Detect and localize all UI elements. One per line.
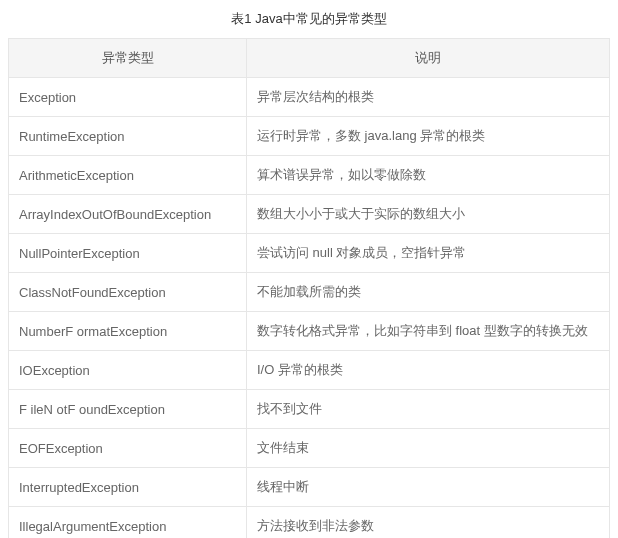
cell-desc: 不能加载所需的类	[247, 273, 610, 312]
table-caption: 表1 Java中常见的异常类型	[8, 10, 610, 28]
table-row: IOExceptionI/O 异常的根类	[9, 351, 610, 390]
cell-desc: 文件结束	[247, 429, 610, 468]
header-type: 异常类型	[9, 39, 247, 78]
table-row: NumberF ormatException数字转化格式异常，比如字符串到 fl…	[9, 312, 610, 351]
table-row: NullPointerException尝试访问 null 对象成员，空指针异常	[9, 234, 610, 273]
cell-type: RuntimeException	[9, 117, 247, 156]
table-row: ClassNotFoundException不能加载所需的类	[9, 273, 610, 312]
table-row: RuntimeException运行时异常，多数 java.lang 异常的根类	[9, 117, 610, 156]
cell-desc: 尝试访问 null 对象成员，空指针异常	[247, 234, 610, 273]
cell-type: ArithmeticException	[9, 156, 247, 195]
cell-type: IllegalArgumentException	[9, 507, 247, 539]
cell-type: InterruptedException	[9, 468, 247, 507]
cell-desc: 数组大小小于或大于实际的数组大小	[247, 195, 610, 234]
cell-type: NumberF ormatException	[9, 312, 247, 351]
table-header-row: 异常类型 说明	[9, 39, 610, 78]
cell-desc: 线程中断	[247, 468, 610, 507]
exception-table: 异常类型 说明 Exception异常层次结构的根类RuntimeExcepti…	[8, 38, 610, 538]
table-row: IllegalArgumentException方法接收到非法参数	[9, 507, 610, 539]
cell-desc: 算术谱误异常，如以零做除数	[247, 156, 610, 195]
table-row: InterruptedException线程中断	[9, 468, 610, 507]
cell-type: ArrayIndexOutOfBoundException	[9, 195, 247, 234]
table-row: EOFException文件结束	[9, 429, 610, 468]
cell-type: F ileN otF oundException	[9, 390, 247, 429]
header-desc: 说明	[247, 39, 610, 78]
cell-desc: 异常层次结构的根类	[247, 78, 610, 117]
cell-type: NullPointerException	[9, 234, 247, 273]
cell-desc: 找不到文件	[247, 390, 610, 429]
cell-type: IOException	[9, 351, 247, 390]
cell-desc: 方法接收到非法参数	[247, 507, 610, 539]
table-row: Exception异常层次结构的根类	[9, 78, 610, 117]
cell-desc: I/O 异常的根类	[247, 351, 610, 390]
table-row: F ileN otF oundException找不到文件	[9, 390, 610, 429]
cell-type: ClassNotFoundException	[9, 273, 247, 312]
table-row: ArithmeticException算术谱误异常，如以零做除数	[9, 156, 610, 195]
cell-desc: 数字转化格式异常，比如字符串到 float 型数字的转换无效	[247, 312, 610, 351]
cell-desc: 运行时异常，多数 java.lang 异常的根类	[247, 117, 610, 156]
table-row: ArrayIndexOutOfBoundException数组大小小于或大于实际…	[9, 195, 610, 234]
cell-type: EOFException	[9, 429, 247, 468]
cell-type: Exception	[9, 78, 247, 117]
